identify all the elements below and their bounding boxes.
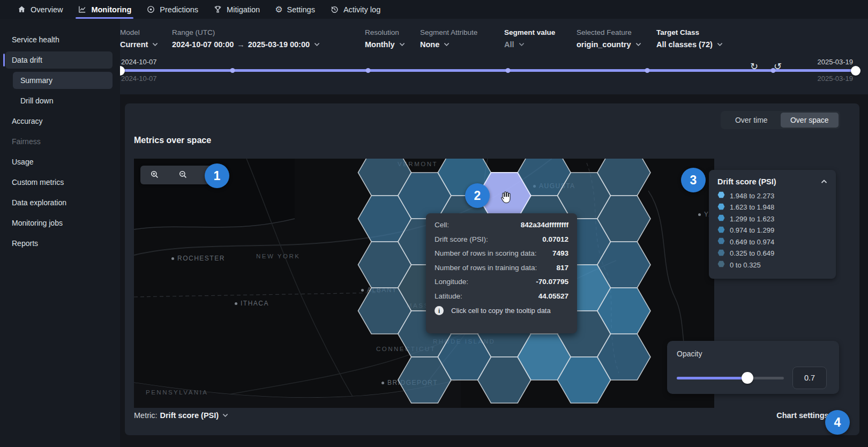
metric-value: Drift score (PSI) <box>160 411 219 420</box>
field-value: All classes (72) <box>656 40 713 49</box>
sidebar-item-monitoring-jobs[interactable]: Monitoring jobs <box>5 214 113 232</box>
sidebar-item-label: Service health <box>12 35 59 44</box>
sidebar-item-data-exploration[interactable]: Data exploration <box>5 194 113 211</box>
opacity-label: Opacity <box>677 349 829 358</box>
toolbar-field-label: Selected Feature <box>577 28 641 36</box>
nav-item-activity-log[interactable]: Activity log <box>323 0 388 19</box>
toolbar-field-value: origin_country <box>577 40 641 49</box>
hexagon-swatch-icon <box>717 226 725 235</box>
legend-range-label: 0.325 to 0.649 <box>730 249 774 257</box>
nav-item-label: Monitoring <box>91 5 131 14</box>
timeline-dot <box>365 68 370 73</box>
hexagon-swatch-icon <box>717 191 725 200</box>
sidebar-item-label: Data drift <box>12 56 42 64</box>
sidebar-item-fairness[interactable]: Fairness <box>5 133 113 150</box>
legend-range-label: 0 to 0.325 <box>730 261 761 269</box>
toolbar-field-selected-feature[interactable]: Selected Featureorigin_country <box>577 28 641 49</box>
tooltip-row: Number of rows in scoring data:7493 <box>435 249 568 257</box>
toolbar-field-segment-value[interactable]: Segment valueAll <box>504 28 555 49</box>
toolbar-field-label: Segment Attribute <box>420 28 477 36</box>
toolbar-field-segment-attribute[interactable]: Segment AttributeNone <box>420 28 477 49</box>
chevron-down-icon <box>314 42 320 47</box>
annotation-badge-3: 3 <box>681 168 706 192</box>
timeline-handle-end[interactable] <box>851 66 860 76</box>
toolbar-field-model[interactable]: ModelCurrent <box>120 28 158 49</box>
timeline-dot <box>230 68 235 73</box>
field-value: origin_country <box>577 40 631 49</box>
nav-item-predictions[interactable]: Predictions <box>139 0 206 19</box>
toolbar-field-value: All <box>504 40 555 49</box>
tooltip-row: Drift score (PSI):0.07012 <box>435 235 568 243</box>
legend-item: 1.299 to 1.623 <box>717 214 827 223</box>
legend-range-label: 0.974 to 1.299 <box>730 226 774 234</box>
toolbar-field-label: Resolution <box>365 28 405 36</box>
opacity-panel: Opacity 0.7 <box>667 341 839 394</box>
nav-item-mitigation[interactable]: Mitigation <box>206 0 267 19</box>
tooltip-row-value: 0.07012 <box>542 235 568 243</box>
chevron-down-icon <box>222 413 228 418</box>
timeline-track[interactable] <box>120 69 856 72</box>
chevron-down-icon <box>519 42 525 47</box>
nav-item-overview[interactable]: Overview <box>10 0 70 19</box>
field-value: All <box>504 40 514 49</box>
annotation-badge-4: 4 <box>825 410 850 435</box>
toolbar-field-value: Monthly <box>365 40 405 49</box>
sidebar-item-reports[interactable]: Reports <box>5 235 113 252</box>
nav-items: OverviewMonitoringPredictionsMitigation⚙… <box>10 0 388 19</box>
sidebar-item-custom-metrics[interactable]: Custom metrics <box>5 174 113 191</box>
legend-range-label: 1.948 to 2.273 <box>730 192 774 200</box>
sidebar: Service healthData driftSummaryDrill dow… <box>0 19 120 447</box>
hand-cursor-icon <box>498 189 514 205</box>
timeline-start-label: 2024-10-07 <box>121 58 157 66</box>
legend-item: 0.974 to 1.299 <box>717 226 827 235</box>
tooltip-row-value: 7493 <box>552 249 568 257</box>
toolbar-field-target-class[interactable]: Target ClassAll classes (72) <box>656 28 723 49</box>
toolbar-field-label: Segment value <box>504 28 555 36</box>
toolbar-field-range-utc[interactable]: Range (UTC)2024-10-07 00:00→2025-03-19 0… <box>172 28 320 49</box>
hexagon-swatch-icon <box>717 260 725 269</box>
legend-range-label: 1.299 to 1.623 <box>730 215 774 223</box>
tooltip-row-label: Cell: <box>435 221 449 229</box>
arrow-right-icon: → <box>237 40 245 49</box>
tooltip-row-label: Latitude: <box>435 292 462 300</box>
chart-settings-label: Chart settings <box>776 411 829 420</box>
sidebar-item-service-health[interactable]: Service health <box>5 31 113 48</box>
history-icon <box>330 5 339 14</box>
sidebar-item-label: Usage <box>12 158 33 166</box>
opacity-slider[interactable] <box>677 377 784 379</box>
legend-item: 0.325 to 0.649 <box>717 249 827 258</box>
toolbar-field-value: 2024-10-07 00:00→2025-03-19 00:00 <box>172 40 320 49</box>
tooltip-row: Cell:842a34dffffffff <box>435 221 568 229</box>
toggle-over-time[interactable]: Over time <box>722 113 781 128</box>
sidebar-item-label: Custom metrics <box>12 178 64 187</box>
sidebar-item-usage[interactable]: Usage <box>5 153 113 170</box>
hexbin-layer <box>134 159 714 408</box>
toggle-over-space[interactable]: Over space <box>781 113 839 128</box>
metric-selector[interactable]: Metric: Drift score (PSI) <box>134 411 228 420</box>
chevron-up-icon[interactable] <box>821 180 827 184</box>
target-icon <box>146 5 155 14</box>
sidebar-item-accuracy[interactable]: Accuracy <box>5 113 113 130</box>
sidebar-item-drill-down[interactable]: Drill down <box>13 92 113 109</box>
sidebar-item-label: Reports <box>12 239 38 248</box>
zoom-out-button[interactable] <box>174 168 192 183</box>
map-canvas[interactable]: VERMONTAUGUSTANEW YORKROCHESTERITHACAALB… <box>134 159 714 408</box>
zoom-in-button[interactable] <box>146 168 164 183</box>
sidebar-item-label: Accuracy <box>12 117 43 125</box>
nav-item-monitoring[interactable]: Monitoring <box>70 0 139 19</box>
view-toggle: Over timeOver space <box>721 111 840 129</box>
chevron-down-icon <box>717 42 723 47</box>
hex-tooltip: Cell:842a34dffffffffDrift score (PSI):0.… <box>426 213 577 333</box>
opacity-slider-knob[interactable] <box>742 372 753 384</box>
nav-item-label: Settings <box>287 5 315 14</box>
nav-item-settings[interactable]: ⚙Settings <box>267 0 323 19</box>
field-value: Current <box>120 40 148 49</box>
info-icon: i <box>435 306 444 315</box>
opacity-value-field[interactable]: 0.7 <box>792 367 827 389</box>
toolbar-field-resolution[interactable]: ResolutionMonthly <box>365 28 405 49</box>
sidebar-item-label: Data exploration <box>12 198 66 207</box>
hexagon-swatch-icon <box>717 214 725 223</box>
sidebar-item-data-drift[interactable]: Data drift <box>5 51 113 69</box>
sidebar-item-summary[interactable]: Summary <box>13 72 113 89</box>
chevron-down-icon <box>152 42 158 47</box>
